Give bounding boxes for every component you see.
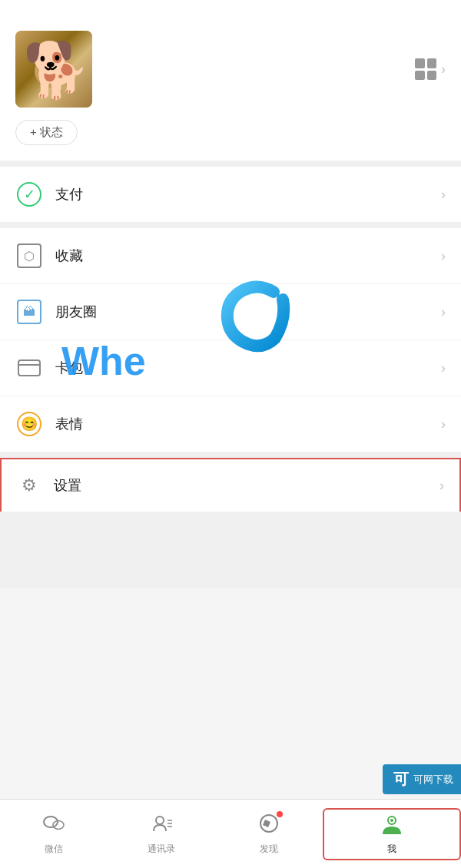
tab-discover[interactable]: 发现 <box>215 813 323 856</box>
payment-icon: ✓ <box>15 181 43 208</box>
menu-item-payment[interactable]: ✓ 支付 › <box>0 167 461 222</box>
emoji-icon: 😊 <box>15 410 43 438</box>
discover-notification-dot <box>277 811 283 817</box>
moments-label: 朋友圈 <box>55 303 441 321</box>
status-button-label: + 状态 <box>30 125 63 140</box>
divider-3 <box>0 452 461 458</box>
moments-chevron-icon: › <box>441 304 446 320</box>
divider-1 <box>0 161 461 167</box>
discover-tab-label: 发现 <box>260 843 278 856</box>
menu-item-card[interactable]: 卡包 › <box>0 340 461 396</box>
menu-item-moments[interactable]: 🏔 朋友圈 › <box>0 284 461 340</box>
wechat-tab-label: 微信 <box>45 843 63 856</box>
me-tab-icon <box>381 813 403 840</box>
qr-cell <box>415 71 425 81</box>
contacts-tab-icon <box>151 813 172 840</box>
tab-wechat[interactable]: 微信 <box>0 813 108 856</box>
svg-point-3 <box>53 820 64 829</box>
payment-label: 支付 <box>55 185 441 204</box>
profile-top: › <box>15 31 446 108</box>
menu-item-favorites[interactable]: ⬡ 收藏 › <box>0 228 461 284</box>
card-chevron-icon: › <box>441 360 446 376</box>
watermark: 可 可网下载 <box>383 764 461 794</box>
tab-contacts[interactable]: 通讯录 <box>108 813 215 856</box>
qr-cell <box>427 71 437 81</box>
menu-item-emoji[interactable]: 😊 表情 › <box>0 396 461 452</box>
svg-point-11 <box>390 819 393 822</box>
payment-chevron-icon: › <box>441 187 446 203</box>
avatar[interactable] <box>15 31 92 108</box>
settings-label: 设置 <box>54 476 439 495</box>
emoji-label: 表情 <box>55 415 441 433</box>
watermark-c-icon: 可 <box>393 769 409 790</box>
status-button[interactable]: + 状态 <box>15 120 78 145</box>
settings-icon: ⚙ <box>17 473 41 498</box>
qr-cell <box>427 58 437 68</box>
favorites-icon: ⬡ <box>15 242 43 270</box>
wechat-tab-icon <box>43 813 65 840</box>
qr-icon <box>415 58 436 80</box>
bottom-area <box>0 512 461 588</box>
profile-section: › + 状态 <box>0 0 461 161</box>
me-tab-label: 我 <box>387 843 396 856</box>
tab-me[interactable]: 我 <box>323 808 461 860</box>
menu-group-payment: ✓ 支付 › <box>0 167 461 222</box>
svg-point-4 <box>156 817 164 824</box>
moments-icon: 🏔 <box>15 298 43 326</box>
favorites-chevron-icon: › <box>441 248 446 264</box>
menu-group-settings: ⚙ 设置 › <box>0 458 461 512</box>
emoji-chevron-icon: › <box>441 416 446 432</box>
settings-chevron-icon: › <box>439 478 444 494</box>
divider-2 <box>0 222 461 228</box>
contacts-tab-label: 通讯录 <box>148 843 175 856</box>
discover-tab-icon <box>258 813 280 840</box>
svg-rect-0 <box>18 360 40 376</box>
menu-group-main: ⬡ 收藏 › 🏔 朋友圈 › 卡包 › 😊 表情 › <box>0 228 461 452</box>
watermark-text: 可网下载 <box>413 773 453 787</box>
favorites-label: 收藏 <box>55 247 441 265</box>
menu-item-settings[interactable]: ⚙ 设置 › <box>0 458 461 512</box>
avatar-image <box>15 31 92 108</box>
card-icon <box>15 354 43 382</box>
card-label: 卡包 <box>55 359 441 377</box>
qr-cell <box>415 58 425 68</box>
qr-button[interactable]: › <box>415 58 446 80</box>
chevron-right-icon: › <box>441 61 446 78</box>
tab-bar: 微信 通讯录 发现 <box>0 799 461 868</box>
